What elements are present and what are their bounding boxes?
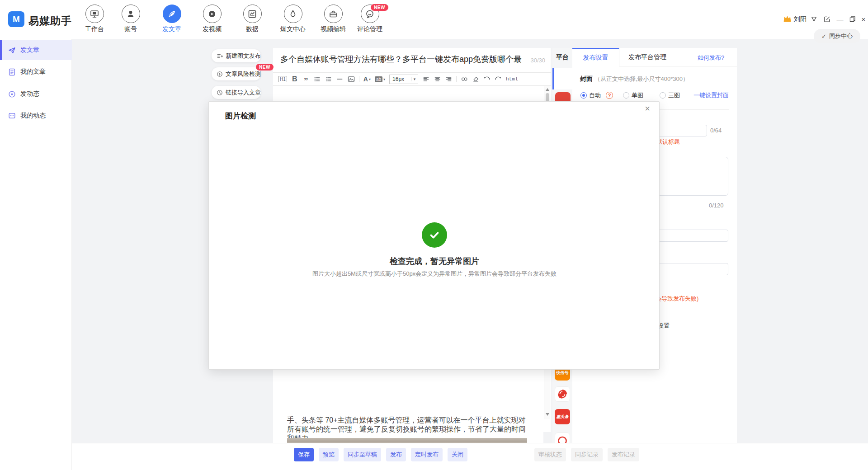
sync-log-button[interactable]: 同步记录 [571, 448, 603, 461]
find-replace-icon[interactable] [461, 75, 468, 84]
ordered-list-icon[interactable] [314, 75, 321, 84]
nav-publish-article-label: 发文章 [153, 25, 191, 33]
link-import-button[interactable]: 链接导入文章 [212, 86, 261, 99]
radio-auto[interactable] [580, 92, 587, 99]
maximize-icon[interactable] [848, 15, 856, 23]
tab-platform-manage[interactable]: 发布平台管理 [628, 53, 666, 61]
font-size-value: 16px [390, 76, 411, 82]
platform-ifeng-icon[interactable] [555, 386, 570, 402]
minimize-icon[interactable]: — [836, 15, 844, 23]
dialog-close-icon[interactable]: × [642, 103, 653, 115]
nav-hot-content-label: 爆文中心 [274, 25, 312, 33]
toolbox-icon [324, 5, 343, 23]
feedback-edit-icon[interactable] [823, 15, 831, 23]
huitoutiao-label: 惠头条 [557, 414, 569, 420]
sync-to-draft-button[interactable]: 同步至草稿 [344, 448, 381, 461]
chart-icon [243, 5, 262, 23]
link-import-icon [217, 89, 223, 96]
schedule-publish-button[interactable]: 定时发布 [411, 448, 443, 461]
check-icon: ✓ [821, 33, 826, 40]
bottom-action-bar: 保存 预览 同步至草稿 发布 定时发布 关闭 审核状态 同步记录 发布记录 [72, 443, 868, 470]
preview-button[interactable]: 预览 [319, 448, 339, 461]
format-eraser-icon[interactable] [472, 75, 479, 84]
redo-icon[interactable] [495, 75, 502, 84]
nav-publish-article[interactable]: 发文章 [153, 5, 191, 33]
align-left-icon[interactable] [422, 75, 429, 84]
nav-video-edit-label: 视频编辑 [314, 25, 352, 33]
new-badge: NEW [371, 4, 388, 11]
how-to-publish-link[interactable]: 如何发布? [698, 54, 724, 62]
align-center-icon[interactable] [434, 75, 441, 84]
font-size-select[interactable]: 16px ▾ [389, 75, 418, 84]
dialog-title: 图片检测 [225, 111, 256, 121]
one-click-cover-link[interactable]: 一键设置封面 [693, 91, 729, 99]
document-icon [8, 68, 16, 76]
publish-fail-warning: 会导致发布失败) [656, 295, 698, 303]
nav-comment-manage[interactable]: 评论管理 NEW [351, 5, 389, 33]
horizontal-rule-icon[interactable] [336, 75, 344, 84]
cover-help-icon[interactable]: ? [606, 92, 613, 99]
platform-huitoutiao-icon[interactable]: 惠头条 [555, 409, 570, 424]
save-button[interactable]: 保存 [294, 448, 314, 461]
sidebar-item-publish-article[interactable]: 发文章 [0, 40, 72, 60]
scroll-down-icon[interactable] [546, 413, 549, 416]
font-color-icon[interactable]: A▾ [363, 75, 371, 84]
publish-log-button[interactable]: 发布记录 [608, 448, 639, 461]
publish-button[interactable]: 发布 [386, 448, 406, 461]
new-post-button[interactable]: 新建图文发布 [212, 49, 261, 62]
app-title: 易媒助手 [28, 14, 72, 28]
disc-icon [8, 90, 16, 98]
close-window-icon[interactable]: × [859, 15, 868, 23]
logo-letter: M [13, 14, 20, 24]
blockquote-icon[interactable]: ” [302, 75, 310, 84]
unordered-list-icon[interactable] [325, 75, 332, 84]
nav-data[interactable]: 数据 [233, 5, 271, 33]
nav-accounts[interactable]: 账号 [112, 5, 150, 33]
nav-workbench[interactable]: 工作台 [75, 5, 113, 33]
nav-hot-content[interactable]: 爆文中心 [274, 5, 312, 33]
article-title-input[interactable]: 多个自媒体账号管理方法有哪些？多平台一键发布app免费版哪个最 [280, 54, 531, 65]
audit-status-button[interactable]: 审核状态 [534, 448, 566, 461]
title-counter: 30/30 [530, 57, 545, 64]
success-check-icon [422, 222, 447, 248]
video-play-icon [203, 5, 222, 23]
cover-hint: （从正文中选择,最小尺寸400*300） [594, 75, 689, 83]
sidebar-item-publish-moment[interactable]: 发动态 [0, 84, 72, 104]
workbench-icon [85, 5, 104, 23]
tab-publish-settings[interactable]: 发布设置 [572, 48, 619, 66]
undo-icon[interactable] [483, 75, 491, 84]
link-import-label: 链接导入文章 [226, 89, 261, 97]
new-badge: NEW [256, 64, 274, 70]
sync-center-button[interactable]: ✓ 同步中心 [814, 29, 860, 43]
flame-icon [284, 5, 302, 23]
nav-data-label: 数据 [233, 25, 271, 33]
cover-mode-radios: 自动 ? 单图 三图 一键设置封面 [580, 91, 729, 99]
align-right-icon[interactable] [445, 75, 452, 84]
sidebar-label: 发文章 [20, 46, 39, 54]
text-highlight-icon[interactable]: ab▾ [375, 75, 385, 84]
cover-section: 封面 （从正文中选择,最小尺寸400*300） [580, 75, 689, 83]
platform-row-selected [552, 68, 572, 89]
image-check-dialog: 图片检测 × 检查完成，暂无异常图片 图片大小超出5M或尺寸宽或高小于50px会… [208, 101, 660, 370]
nav-video-edit[interactable]: 视频编辑 [314, 5, 352, 33]
app-logo-icon: M [8, 11, 24, 27]
skin-icon[interactable] [810, 15, 818, 23]
radio-single[interactable] [623, 92, 629, 99]
default-title-link[interactable]: 默认标题 [656, 138, 680, 146]
radio-triple[interactable] [660, 92, 666, 99]
close-button[interactable]: 关闭 [448, 448, 467, 461]
h1-icon[interactable]: H1 [278, 76, 287, 82]
tabs-underline [619, 66, 737, 66]
sidebar-item-my-moments[interactable]: 我的动态 [0, 106, 72, 126]
bold-icon[interactable]: B [291, 75, 298, 84]
nav-publish-video[interactable]: 发视频 [193, 5, 231, 33]
scroll-up-icon[interactable] [546, 88, 549, 91]
risk-check-icon [217, 71, 223, 77]
username[interactable]: 刘阳 [794, 15, 807, 24]
sidebar-item-my-articles[interactable]: 我的文章 [0, 62, 72, 82]
tab-label: 发布设置 [583, 54, 609, 62]
risk-check-button[interactable]: 文章风险检测 [212, 67, 261, 80]
check-result-heading: 检查完成，暂无异常图片 [209, 256, 660, 267]
insert-image-icon[interactable] [348, 75, 355, 84]
html-source-icon[interactable]: html [506, 75, 518, 84]
